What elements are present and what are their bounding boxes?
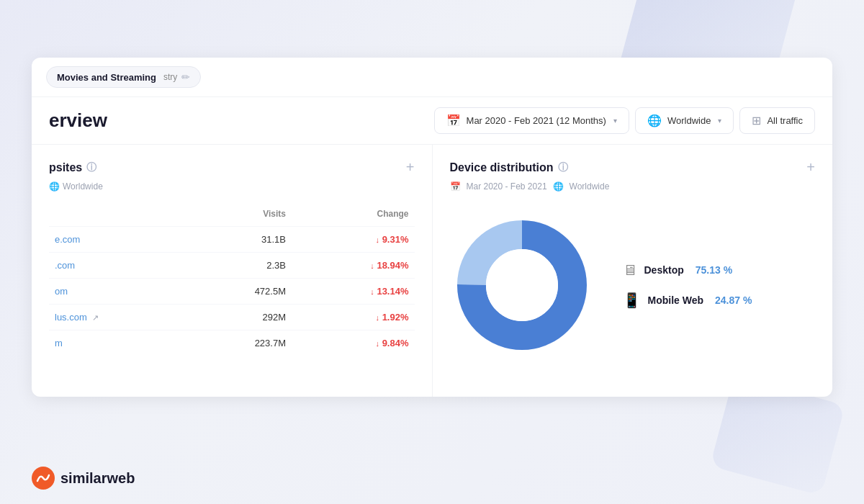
brand-bar: similarweb	[0, 452, 864, 504]
traffic-filter-label: All traffic	[767, 115, 803, 126]
device-chart-area: 🖥 Desktop 75.13 % 📱 Mobile Web 24.87 %	[450, 206, 816, 364]
top-sites-info-icon[interactable]: ⓘ	[86, 161, 96, 174]
col-header-change: Change	[292, 206, 415, 227]
table-row[interactable]: om 472.5M ↓ 13.14%	[49, 279, 415, 305]
traffic-filter-button[interactable]: ⊞ All traffic	[739, 107, 815, 134]
globe-icon: 🌐	[647, 114, 662, 127]
visits-value: 31.1B	[186, 227, 292, 253]
device-distribution-panel: Device distribution ⓘ + 📅 Mar 2020 - Feb…	[433, 145, 833, 397]
site-name[interactable]: lus.com	[55, 312, 87, 323]
visits-value: 292M	[186, 305, 292, 330]
table-row[interactable]: m 223.7M ↓ 9.84%	[49, 330, 415, 356]
col-header-site	[49, 206, 186, 227]
top-sites-subtitle: 🌐 Worldwide	[49, 181, 415, 192]
top-sites-globe-icon: 🌐	[49, 181, 60, 192]
svg-point-2	[486, 249, 558, 321]
industry-tag-title: Movies and Streaming	[57, 72, 156, 83]
geo-filter-chevron: ▾	[718, 117, 721, 125]
main-card: Movies and Streaming stry ✏ erview 📅 Mar…	[32, 58, 832, 397]
change-value: ↓ 13.14%	[292, 279, 415, 305]
mobile-icon: 📱	[623, 292, 641, 309]
desktop-icon: 🖥	[623, 262, 637, 279]
top-sites-header: psites ⓘ +	[49, 159, 415, 176]
top-sites-title: psites ⓘ	[49, 161, 96, 174]
visits-value: 472.5M	[186, 279, 292, 305]
device-legend: 🖥 Desktop 75.13 % 📱 Mobile Web 24.87 %	[623, 262, 752, 309]
change-value: ↓ 9.84%	[292, 330, 415, 356]
table-row[interactable]: e.com 31.1B ↓ 9.31%	[49, 227, 415, 253]
industry-tag-subtitle: stry	[163, 72, 177, 82]
site-name[interactable]: .com	[55, 260, 75, 271]
site-name[interactable]: e.com	[55, 234, 80, 245]
site-name[interactable]: m	[55, 338, 63, 348]
table-row[interactable]: lus.com ↗ 292M ↓ 1.92%	[49, 305, 415, 330]
mobile-pct: 24.87 %	[715, 294, 752, 306]
geo-filter-label: Worldwide	[667, 115, 711, 126]
date-filter-label: Mar 2020 - Feb 2021 (12 Months)	[467, 115, 606, 126]
geo-filter-button[interactable]: 🌐 Worldwide ▾	[635, 107, 734, 134]
external-link-icon: ↗	[92, 313, 99, 322]
donut-svg	[450, 213, 594, 357]
device-calendar-icon: 📅	[450, 181, 461, 192]
device-panel-title: Device distribution ⓘ	[450, 161, 568, 174]
arrow-down-icon: ↓	[376, 339, 380, 348]
desktop-legend-item: 🖥 Desktop 75.13 %	[623, 262, 752, 279]
visits-value: 2.3B	[186, 253, 292, 279]
industry-tag[interactable]: Movies and Streaming stry ✏	[46, 66, 201, 88]
similarweb-logo-text: similarweb	[60, 470, 135, 487]
top-sites-panel: psites ⓘ + 🌐 Worldwide Visits Change	[32, 145, 433, 397]
donut-chart	[450, 213, 594, 357]
top-sites-add-icon[interactable]: +	[406, 159, 415, 176]
mobile-legend-item: 📱 Mobile Web 24.87 %	[623, 292, 752, 309]
calendar-icon: 📅	[446, 114, 461, 127]
date-filter-button[interactable]: 📅 Mar 2020 - Feb 2021 (12 Months) ▾	[434, 107, 629, 134]
date-filter-chevron: ▾	[613, 117, 617, 125]
change-value: ↓ 1.92%	[292, 305, 415, 330]
sites-table: Visits Change e.com 31.1B ↓ 9.31% .com 2…	[49, 206, 415, 356]
mobile-label: Mobile Web	[648, 294, 704, 306]
page-title: erview	[49, 109, 434, 132]
arrow-down-icon: ↓	[376, 235, 380, 244]
device-panel-header: Device distribution ⓘ +	[450, 159, 816, 176]
desktop-label: Desktop	[644, 264, 684, 276]
content-area: psites ⓘ + 🌐 Worldwide Visits Change	[32, 145, 832, 397]
desktop-pct: 75.13 %	[696, 264, 732, 276]
device-add-icon[interactable]: +	[806, 159, 815, 176]
device-globe-icon: 🌐	[553, 181, 564, 192]
similarweb-logo-icon	[32, 467, 55, 490]
traffic-icon: ⊞	[752, 114, 761, 127]
arrow-down-icon: ↓	[370, 261, 374, 270]
similarweb-logo: similarweb	[32, 467, 135, 490]
tag-bar: Movies and Streaming stry ✏	[32, 58, 832, 97]
table-row[interactable]: .com 2.3B ↓ 18.94%	[49, 253, 415, 279]
arrow-down-icon: ↓	[370, 287, 374, 296]
visits-value: 223.7M	[186, 330, 292, 356]
change-value: ↓ 9.31%	[292, 227, 415, 253]
filter-bar: erview 📅 Mar 2020 - Feb 2021 (12 Months)…	[32, 97, 832, 145]
device-info-icon[interactable]: ⓘ	[558, 161, 568, 174]
col-header-visits: Visits	[186, 206, 292, 227]
device-subtitle: 📅 Mar 2020 - Feb 2021 🌐 Worldwide	[450, 181, 816, 192]
edit-icon[interactable]: ✏	[181, 71, 190, 83]
arrow-down-icon: ↓	[376, 313, 380, 322]
change-value: ↓ 18.94%	[292, 253, 415, 279]
site-name[interactable]: om	[55, 286, 68, 297]
